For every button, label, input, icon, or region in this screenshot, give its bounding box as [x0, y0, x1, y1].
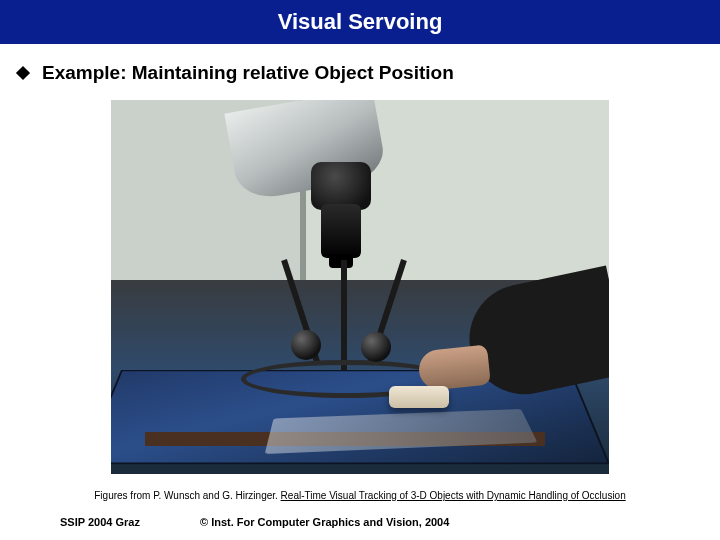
slide: Visual Servoing Example: Maintaining rel…	[0, 0, 720, 540]
caption-citation-link: Real-Time Visual Tracking of 3-D Objects…	[281, 490, 626, 501]
bullet-row: Example: Maintaining relative Object Pos…	[18, 62, 720, 84]
figure-container	[0, 100, 720, 474]
caption-prefix: Figures from P. Wunsch and G. Hirzinger.	[94, 490, 280, 501]
gripper-wheel	[361, 332, 391, 362]
tracked-object	[389, 386, 449, 408]
gripper-strut	[341, 260, 347, 370]
figure-image	[111, 100, 609, 474]
robot-joint	[311, 162, 371, 210]
diamond-bullet-icon	[16, 66, 30, 80]
figure-caption: Figures from P. Wunsch and G. Hirzinger.…	[0, 490, 720, 501]
slide-title: Visual Servoing	[278, 9, 443, 35]
bullet-text: Example: Maintaining relative Object Pos…	[42, 62, 454, 84]
gripper-wheel	[291, 330, 321, 360]
footer-right: © Inst. For Computer Graphics and Vision…	[200, 516, 449, 528]
robot-camera	[321, 204, 361, 258]
title-bar: Visual Servoing	[0, 0, 720, 44]
human-hand	[417, 344, 491, 391]
footer-left: SSIP 2004 Graz	[60, 516, 200, 528]
footer: SSIP 2004 Graz © Inst. For Computer Grap…	[0, 516, 720, 528]
